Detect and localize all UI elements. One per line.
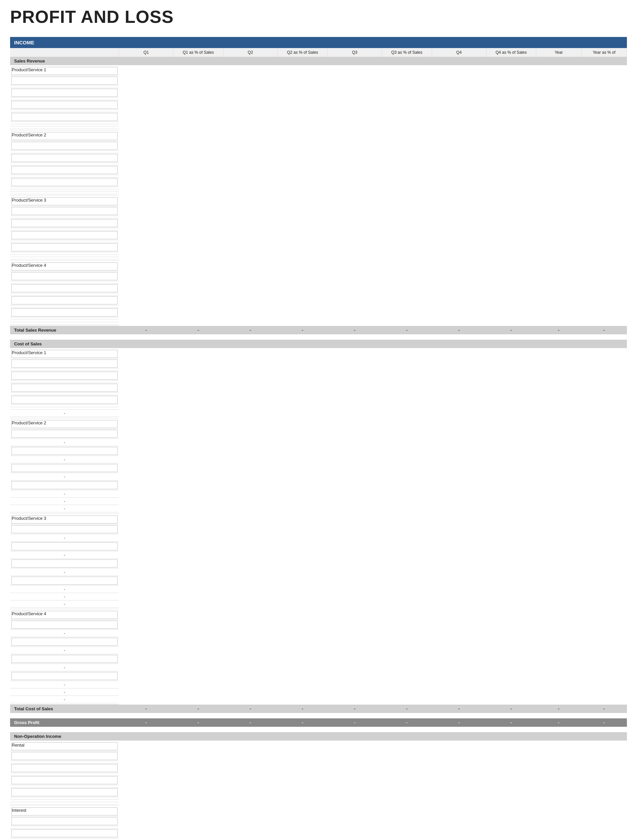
cost-of-sales-label: Cost of Sales [10, 340, 627, 348]
total-sales-q3: - [328, 326, 382, 334]
non-operation-label: Non-Operation Income [10, 732, 627, 741]
interest-q2[interactable] [11, 829, 118, 837]
sales-ps4-input[interactable]: Product/Service 4 [11, 262, 118, 270]
sales-ps2-q2[interactable] [11, 154, 118, 162]
income-section-header: INCOME [10, 37, 627, 48]
cos-ps3-q2[interactable] [11, 542, 118, 550]
sales-ps1-q4pct [10, 122, 119, 124]
col-q1pct-header: Q1 as % of Sales [173, 48, 223, 57]
sales-ps1-label: Product/Service 1 [10, 66, 119, 76]
cos-ps2-q2[interactable] [11, 447, 118, 455]
col-q3pct-header: Q3 as % of Sales [382, 48, 432, 57]
cos-ps3-input[interactable]: Product/Service 3 [11, 515, 118, 524]
cos-ps3-q4[interactable] [11, 576, 118, 585]
sales-ps2-q3[interactable] [11, 166, 118, 174]
gross-profit-row: Gross Profit - - - - - - - - - - [10, 718, 627, 727]
rental-q1[interactable] [11, 752, 118, 760]
interest-row: Interest [10, 806, 119, 840]
cos-ps4-q1[interactable] [11, 621, 118, 628]
cos-ps2-input[interactable]: Product/Service 2 [11, 420, 118, 428]
cos-ps4-q3[interactable] [11, 655, 118, 663]
cos-ps4-input[interactable]: Product/Service 4 [11, 611, 118, 619]
sales-ps2-label: Product/Service 2 [10, 131, 119, 141]
total-cos-row: Total Cost of Sales - - - - - - - - - - [10, 704, 627, 713]
rental-q4[interactable] [11, 788, 118, 796]
cost-of-sales-subsection: Cost of Sales [10, 340, 627, 348]
col-q2-header: Q2 [223, 48, 278, 57]
cos-ps2-q1[interactable] [11, 430, 118, 438]
cos-ps4-q2[interactable] [11, 638, 118, 646]
total-sales-q2: - [223, 326, 278, 334]
sales-ps2-q1[interactable] [11, 142, 118, 150]
col-q4pct-header: Q4 as % of Sales [486, 48, 536, 57]
sales-revenue-label: Sales Revenue [10, 57, 627, 65]
interest-input[interactable]: Interest [11, 807, 118, 815]
sales-ps1-row: Product/Service 1 [10, 65, 119, 130]
cos-ps1-q2[interactable] [11, 372, 118, 380]
col-year-header: Year [536, 48, 582, 57]
col-label-header [10, 48, 119, 57]
sales-ps3-input[interactable]: Product/Service 3 [11, 197, 118, 205]
sales-ps2-q4[interactable] [11, 178, 118, 186]
income-label: INCOME [10, 37, 627, 48]
total-sales-revenue-label: Total Sales Revenue [10, 326, 119, 334]
sales-ps3-row: Product/Service 3 [10, 196, 119, 261]
sales-ps1-year [10, 124, 119, 127]
total-sales-q4pct: - [486, 326, 536, 334]
sales-ps3-q3[interactable] [11, 231, 118, 239]
sales-ps3-q1[interactable] [11, 207, 118, 215]
sales-ps1-q4[interactable] [10, 112, 119, 122]
rental-q3[interactable] [11, 776, 118, 784]
sales-ps4-q4[interactable] [11, 308, 118, 316]
total-sales-q4: - [432, 326, 486, 334]
total-sales-year: - [536, 326, 582, 334]
sales-ps3-q2[interactable] [11, 219, 118, 227]
col-q2pct-header: Q2 as % of Sales [278, 48, 327, 57]
interest-q1[interactable] [11, 817, 118, 825]
sales-ps1-q1[interactable] [10, 76, 119, 86]
cos-ps1-row: Product/Service 1 - [10, 348, 119, 418]
sales-ps1-input[interactable]: Product/Service 1 [11, 67, 118, 75]
cos-ps2-row: Product/Service 2 - - - - - - [10, 418, 119, 514]
total-sales-q1: - [119, 326, 173, 334]
cos-ps3-q3[interactable] [11, 559, 118, 567]
sales-ps2-row: Product/Service 2 [10, 130, 119, 196]
sales-ps4-q3[interactable] [11, 296, 118, 305]
cos-ps4-q4[interactable] [11, 672, 118, 680]
cos-ps3-q1[interactable] [11, 525, 118, 533]
cos-ps4-row: Product/Service 4 - - - - - - [10, 609, 119, 704]
sales-ps2-input[interactable]: Product/Service 2 [11, 132, 118, 140]
total-sales-q3pct: - [382, 326, 432, 334]
cos-ps2-q4[interactable] [11, 481, 118, 489]
sales-ps1-q2pct [10, 98, 119, 100]
total-sales-revenue-row: Total Sales Revenue - - - - - - - - - - [10, 326, 627, 334]
total-sales-q1pct: - [173, 326, 223, 334]
cos-ps2-q3[interactable] [11, 464, 118, 472]
cos-ps1-q1[interactable] [11, 360, 118, 368]
sales-ps1-q3[interactable] [10, 100, 119, 110]
total-cos-label: Total Cost of Sales [10, 704, 119, 713]
sales-ps3-q4[interactable] [11, 243, 118, 251]
column-headers: Q1 Q1 as % of Sales Q2 Q2 as % of Sales … [10, 48, 627, 57]
sales-ps4-row: Product/Service 4 [10, 261, 119, 326]
cos-ps3-row: Product/Service 3 - - - - - - [10, 514, 119, 609]
sales-ps1-yearpct [10, 127, 119, 129]
profit-loss-table: INCOME Q1 Q1 as % of Sales Q2 Q2 as % of… [10, 37, 627, 840]
sales-ps1-q3pct [10, 110, 119, 112]
gross-profit-label: Gross Profit [10, 718, 119, 727]
rental-row: Rental [10, 741, 119, 806]
cos-ps1-q4[interactable] [11, 396, 118, 404]
col-yearpct-header: Year as % of [581, 48, 627, 57]
rental-q2[interactable] [11, 764, 118, 772]
cos-ps1-input[interactable]: Product/Service 1 [11, 350, 118, 358]
page-title: PROFIT AND LOSS [10, 7, 627, 27]
sales-ps4-q1[interactable] [11, 272, 118, 280]
col-q4-header: Q4 [432, 48, 486, 57]
rental-input[interactable]: Rental [11, 742, 118, 750]
sales-ps4-q2[interactable] [11, 284, 118, 292]
total-sales-q2pct: - [278, 326, 327, 334]
cos-ps1-q3[interactable] [11, 384, 118, 392]
sales-revenue-subsection: Sales Revenue [10, 57, 627, 65]
sales-ps1-q2[interactable] [10, 88, 119, 98]
col-q1-header: Q1 [119, 48, 173, 57]
